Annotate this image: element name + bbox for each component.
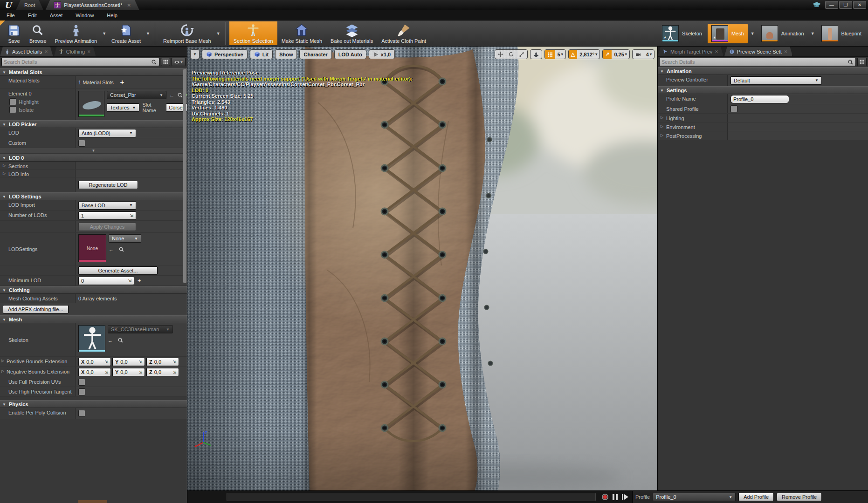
expand-arrow-icon[interactable]: ▷ bbox=[1, 369, 4, 373]
mode-skeleton[interactable]: ✶ Skeleton bbox=[658, 24, 706, 43]
advanced-expander[interactable]: ▼ bbox=[0, 148, 187, 154]
property-matrix-button[interactable] bbox=[857, 58, 867, 66]
textures-dropdown[interactable]: Textures▼ bbox=[107, 103, 139, 112]
close-icon[interactable]: ✕ bbox=[715, 49, 718, 54]
tab-root[interactable]: Root bbox=[16, 0, 43, 10]
neg-bounds-y-field[interactable]: Y0,0⇲ bbox=[112, 368, 145, 376]
chevron-down-icon[interactable]: ▼ bbox=[750, 31, 756, 36]
view-options-button[interactable]: ▼ bbox=[172, 58, 186, 66]
full-precision-uvs-checkbox[interactable] bbox=[78, 379, 85, 386]
neg-bounds-x-field[interactable]: X0,0⇲ bbox=[78, 368, 111, 376]
tab-clothing[interactable]: Clothing✕ bbox=[54, 47, 96, 56]
menu-window[interactable]: Window bbox=[69, 13, 100, 18]
lit-button[interactable]: Lit bbox=[250, 49, 273, 59]
details-search[interactable] bbox=[1, 58, 159, 66]
pos-bounds-x-field[interactable]: X0,0⇲ bbox=[78, 358, 111, 366]
chevron-down-icon[interactable]: ▼ bbox=[215, 31, 221, 36]
isolate-checkbox[interactable] bbox=[9, 106, 16, 113]
use-selected-icon[interactable]: ← bbox=[109, 247, 114, 252]
lod-dropdown[interactable]: Auto (LOD0)▼ bbox=[78, 129, 136, 137]
browse-to-asset-icon[interactable] bbox=[118, 246, 124, 252]
scale-tool-button[interactable] bbox=[517, 50, 527, 59]
shared-profile-checkbox[interactable] bbox=[730, 105, 737, 112]
menu-asset[interactable]: Asset bbox=[43, 13, 69, 18]
browse-to-asset-icon[interactable] bbox=[117, 337, 124, 343]
profile-name-field[interactable] bbox=[730, 95, 789, 103]
add-icon[interactable]: ＋ bbox=[137, 277, 142, 284]
minimum-lod-field[interactable]: 0⇲ bbox=[78, 277, 134, 285]
section-clothing[interactable]: Clothing bbox=[0, 286, 187, 294]
browse-to-asset-icon[interactable] bbox=[177, 92, 183, 98]
scale-snap-value[interactable]: 0,25▾ bbox=[612, 50, 629, 59]
reimport-base-mesh-button[interactable]: Reimport Base Mesh bbox=[159, 21, 215, 45]
menu-edit[interactable]: Edit bbox=[21, 13, 43, 18]
minimize-button[interactable]: — bbox=[825, 1, 838, 9]
show-button[interactable]: Show bbox=[275, 49, 297, 59]
rotation-snap-value[interactable]: 2,812°▾ bbox=[577, 50, 599, 59]
expand-arrow-icon[interactable]: ▷ bbox=[3, 163, 6, 168]
camera-speed-icon[interactable] bbox=[633, 50, 644, 59]
expand-arrow-icon[interactable]: ▷ bbox=[661, 116, 663, 120]
perspective-button[interactable]: Perspective bbox=[202, 49, 248, 59]
save-button[interactable]: Save bbox=[3, 21, 25, 45]
camera-speed-value[interactable]: 4▾ bbox=[644, 50, 654, 59]
add-apex-clothing-button[interactable]: Add APEX clothing file... bbox=[3, 305, 69, 313]
add-profile-button[interactable]: Add Profile bbox=[738, 493, 774, 501]
tutorial-icon[interactable] bbox=[812, 0, 821, 11]
bake-out-materials-button[interactable]: Bake out Materials bbox=[326, 21, 377, 45]
tab-close-icon[interactable]: ✕ bbox=[127, 3, 131, 8]
custom-checkbox[interactable] bbox=[78, 140, 85, 147]
section-selection-button[interactable]: Section Selection bbox=[229, 21, 277, 45]
pos-bounds-z-field[interactable]: Z0,0⇲ bbox=[146, 358, 179, 366]
menu-help[interactable]: Help bbox=[100, 13, 124, 18]
preview-controller-dropdown[interactable]: Default▼ bbox=[730, 76, 822, 85]
property-matrix-button[interactable] bbox=[161, 58, 170, 66]
lod-import-dropdown[interactable]: Base LOD▼ bbox=[78, 201, 136, 210]
expand-arrow-icon[interactable]: ▷ bbox=[661, 124, 663, 129]
activate-cloth-paint-button[interactable]: Activate Cloth Paint bbox=[377, 21, 430, 45]
search-input[interactable] bbox=[661, 59, 847, 65]
use-selected-icon[interactable]: ← bbox=[169, 92, 174, 98]
expand-arrow-icon[interactable]: ▷ bbox=[661, 133, 663, 137]
pause-button[interactable] bbox=[613, 494, 618, 500]
menu-file[interactable]: File bbox=[0, 13, 21, 18]
mode-animation[interactable]: Animation bbox=[758, 24, 808, 43]
generate-asset-button[interactable]: Generate Asset... bbox=[78, 266, 158, 275]
chevron-down-icon[interactable]: ▼ bbox=[145, 31, 151, 36]
grid-snap-value[interactable]: 5▾ bbox=[555, 50, 565, 59]
remove-profile-button[interactable]: Remove Profile bbox=[777, 493, 822, 501]
high-precision-tangent-checkbox[interactable] bbox=[78, 388, 85, 395]
step-forward-button[interactable] bbox=[622, 494, 628, 500]
skeleton-asset-thumbnail[interactable] bbox=[78, 325, 105, 352]
chevron-down-icon[interactable]: ▼ bbox=[101, 31, 107, 36]
search-input[interactable] bbox=[4, 59, 151, 65]
character-button[interactable]: Character bbox=[299, 49, 331, 59]
highlight-checkbox[interactable] bbox=[9, 98, 16, 105]
record-button[interactable] bbox=[602, 494, 608, 500]
material-sphere-thumbnail[interactable] bbox=[78, 91, 104, 117]
make-static-mesh-button[interactable]: Make Static Mesh bbox=[277, 21, 326, 45]
expand-arrow-icon[interactable]: ▷ bbox=[3, 171, 6, 176]
mode-mesh[interactable]: ✶ Mesh bbox=[708, 24, 748, 43]
close-icon[interactable]: ✕ bbox=[44, 49, 48, 54]
profile-name-input[interactable] bbox=[733, 96, 785, 102]
playback-speed-button[interactable]: x1,0 bbox=[369, 49, 395, 59]
timeline-scrubber[interactable] bbox=[227, 493, 596, 501]
lodsettings-asset-combo[interactable]: None▼ bbox=[109, 234, 141, 243]
pos-bounds-y-field[interactable]: Y0,0⇲ bbox=[112, 358, 145, 366]
tab-preview-scene-settings[interactable]: Preview Scene Sett✕ bbox=[724, 47, 793, 56]
skeleton-asset-combo[interactable]: SK_CC3BaseHuman▼ bbox=[108, 325, 173, 333]
browse-button[interactable]: Browse bbox=[25, 21, 51, 45]
translate-tool-button[interactable] bbox=[495, 50, 506, 59]
tab-asset-details[interactable]: Asset Details✕ bbox=[0, 47, 53, 56]
profile-dropdown[interactable]: Profile_0▼ bbox=[653, 493, 736, 501]
coordinate-system-button[interactable] bbox=[530, 50, 542, 59]
rotation-snap-toggle[interactable]: △ bbox=[569, 50, 577, 59]
tab-asset[interactable]: PlaysetAssassinsCorsetI* ✕ bbox=[45, 0, 139, 10]
number-of-lods-field[interactable]: 1⇲ bbox=[78, 211, 136, 220]
lodsettings-thumbnail[interactable]: None bbox=[78, 234, 106, 262]
material-asset-combo[interactable]: Corset_Pbr▼ bbox=[107, 91, 166, 99]
rotate-tool-button[interactable] bbox=[506, 50, 517, 59]
close-icon[interactable]: ✕ bbox=[784, 49, 788, 54]
section-physics[interactable]: Physics bbox=[0, 400, 187, 408]
